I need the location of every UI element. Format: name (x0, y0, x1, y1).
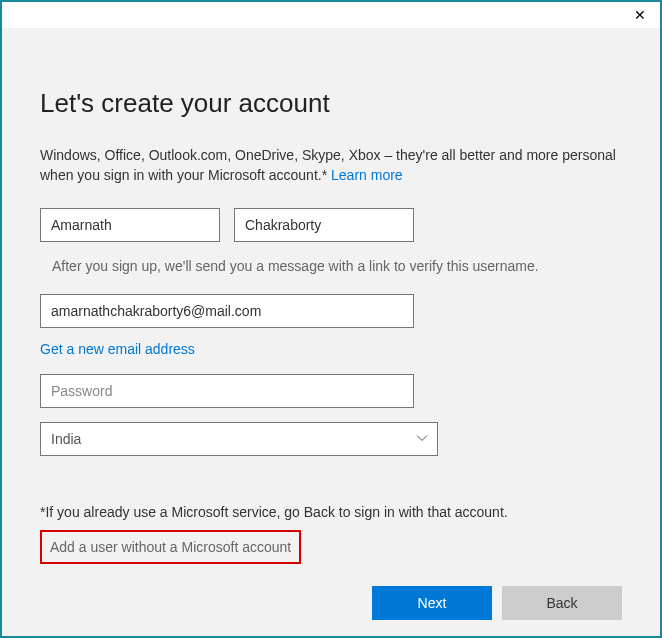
learn-more-link[interactable]: Learn more (331, 167, 403, 183)
email-field[interactable] (40, 294, 414, 328)
intro-text-body: Windows, Office, Outlook.com, OneDrive, … (40, 147, 616, 183)
country-select[interactable]: India (40, 422, 438, 456)
intro-text: Windows, Office, Outlook.com, OneDrive, … (40, 145, 622, 186)
next-button[interactable]: Next (372, 586, 492, 620)
first-name-field[interactable] (40, 208, 220, 242)
create-account-dialog: ✕ Let's create your account Windows, Off… (0, 0, 662, 638)
existing-account-note: *If you already use a Microsoft service,… (40, 504, 622, 520)
password-field[interactable] (40, 374, 414, 408)
titlebar: ✕ (2, 2, 660, 28)
add-user-without-msa-link[interactable]: Add a user without a Microsoft account (50, 539, 291, 555)
verify-hint: After you sign up, we'll send you a mess… (40, 256, 622, 276)
no-msa-highlight: Add a user without a Microsoft account (40, 530, 301, 564)
country-select-wrap: India (40, 422, 438, 456)
page-title: Let's create your account (40, 88, 622, 119)
dialog-content: Let's create your account Windows, Offic… (2, 28, 660, 620)
button-row: Next Back (40, 586, 622, 620)
new-email-row: Get a new email address (40, 340, 622, 358)
close-icon[interactable]: ✕ (634, 8, 646, 22)
back-button[interactable]: Back (502, 586, 622, 620)
last-name-field[interactable] (234, 208, 414, 242)
get-new-email-link[interactable]: Get a new email address (40, 341, 195, 357)
name-row (40, 208, 622, 242)
